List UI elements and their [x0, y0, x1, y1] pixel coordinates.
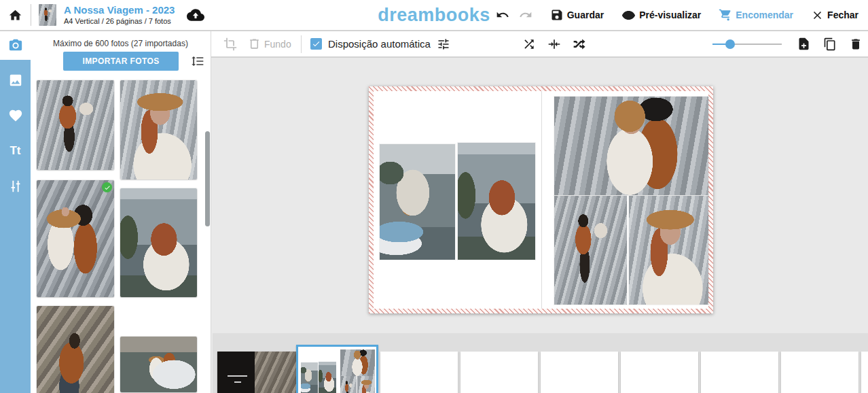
auto-layout-label: Disposição automática [328, 38, 431, 50]
cover-title-line [228, 375, 247, 377]
sidebar-tab-text[interactable]: Tt [0, 141, 31, 160]
panel-scrollbar[interactable] [205, 131, 210, 226]
top-bar: A Nossa Viagem - 2023 A4 Vertical / 26 p… [0, 0, 868, 31]
photo-thumbnail[interactable] [37, 80, 114, 170]
mini-photo [319, 362, 336, 393]
text-icon: Tt [10, 144, 20, 158]
photo-used-badge [102, 182, 112, 192]
tune-vertical-icon [8, 179, 23, 194]
page-fold-line [541, 91, 542, 309]
filmstrip-page-current[interactable] [296, 345, 378, 393]
save-icon [550, 8, 564, 22]
filmstrip-page-empty[interactable] [621, 352, 698, 393]
import-photos-button[interactable]: IMPORTAR FOTOS [63, 52, 179, 71]
camera-icon [8, 38, 23, 53]
redo-icon [519, 8, 532, 22]
cloud-sync-icon [187, 6, 204, 24]
close-button[interactable]: Fechar [811, 9, 858, 22]
photo-thumbnail[interactable] [120, 337, 197, 392]
sidebar-tab-layouts[interactable] [0, 71, 31, 90]
close-label: Fechar [827, 10, 858, 20]
auto-layout-checkbox[interactable] [310, 38, 322, 50]
shuffle-photos-icon[interactable] [522, 37, 536, 51]
sidebar-tab-settings[interactable] [0, 177, 31, 196]
divider [31, 4, 31, 26]
zoom-slider-thumb[interactable] [725, 39, 735, 49]
add-page-icon[interactable] [797, 37, 811, 51]
filmstrip-page-empty[interactable] [781, 352, 858, 393]
editor-toolbar: Fundo Disposição automática [211, 31, 868, 58]
order-label: Encomendar [736, 10, 793, 20]
filmstrip-page-empty[interactable] [541, 352, 618, 393]
preview-label: Pré-visualizar [639, 10, 701, 20]
project-title: A Nossa Viagem - 2023 [64, 4, 175, 17]
project-info: A Nossa Viagem - 2023 A4 Vertical / 26 p… [64, 4, 175, 27]
spread-photo[interactable] [554, 97, 708, 195]
cover-subtitle-line [234, 381, 241, 383]
crop-icon [223, 37, 237, 51]
trash-outline-icon [248, 37, 261, 50]
mini-photo [357, 376, 376, 393]
zoom-slider[interactable] [712, 39, 782, 49]
book-cover-thumb [39, 4, 56, 26]
sidebar-tab-group: Tt [0, 60, 31, 393]
sort-order-icon[interactable] [191, 54, 204, 68]
preview-button[interactable]: Pré-visualizar [621, 8, 701, 22]
photo-thumbnail[interactable] [37, 180, 114, 297]
photo-thumbnail[interactable] [120, 80, 197, 180]
sidebar-tab-favorites[interactable] [0, 106, 31, 125]
filmstrip-page-empty[interactable] [861, 352, 868, 393]
sidebar-tabbar: Tt [0, 31, 31, 393]
save-label: Guardar [567, 10, 604, 20]
background-label: Fundo [264, 39, 291, 50]
mini-photo [340, 349, 376, 376]
home-icon[interactable] [8, 8, 22, 22]
toolbar-divider [301, 35, 302, 53]
spread-photo[interactable] [629, 196, 708, 305]
order-button[interactable]: Encomendar [719, 8, 793, 22]
tune-icon[interactable] [437, 37, 450, 51]
collapse-horizontal-icon[interactable] [547, 37, 561, 51]
shuffle-layout-icon[interactable] [573, 37, 586, 51]
eye-icon [621, 8, 636, 22]
heart-icon [8, 108, 23, 123]
photo-thumbnail[interactable] [120, 188, 197, 297]
filmstrip-page-empty[interactable] [460, 352, 538, 393]
delete-background-button: Fundo [248, 31, 291, 56]
cover-photo [255, 352, 298, 393]
undo-icon[interactable] [496, 8, 509, 22]
topbar-actions: Guardar Pré-visualizar Encomendar Fechar [496, 8, 858, 22]
duplicate-page-icon[interactable] [823, 37, 837, 51]
save-button[interactable]: Guardar [550, 8, 604, 22]
photo-limit-text: Máximo de 600 fotos (27 importadas) [31, 39, 211, 48]
photo-panel: Máximo de 600 fotos (27 importadas) IMPO… [31, 31, 211, 393]
project-subtitle: A4 Vertical / 26 páginas / 7 fotos [64, 17, 175, 27]
image-icon [8, 73, 23, 88]
book-spread[interactable] [369, 86, 713, 313]
cart-icon [719, 8, 732, 22]
filmstrip-page-empty[interactable] [701, 352, 778, 393]
editor-canvas: Fundo Disposição automática [211, 31, 868, 393]
filmstrip-page-cover[interactable] [217, 352, 298, 393]
mini-photo [340, 376, 357, 393]
spread-photo[interactable] [458, 143, 535, 260]
photo-thumbnail[interactable] [37, 306, 114, 393]
page-filmstrip [213, 333, 868, 393]
spread-photo[interactable] [380, 144, 455, 260]
spread-photo[interactable] [554, 196, 627, 305]
delete-page-icon[interactable] [849, 37, 863, 51]
dreambooks-logo: dreambooks [378, 5, 490, 26]
mini-photo [301, 362, 318, 393]
filmstrip-page-empty[interactable] [380, 352, 458, 393]
sidebar-tab-photos[interactable] [0, 31, 31, 60]
close-icon [811, 9, 824, 22]
